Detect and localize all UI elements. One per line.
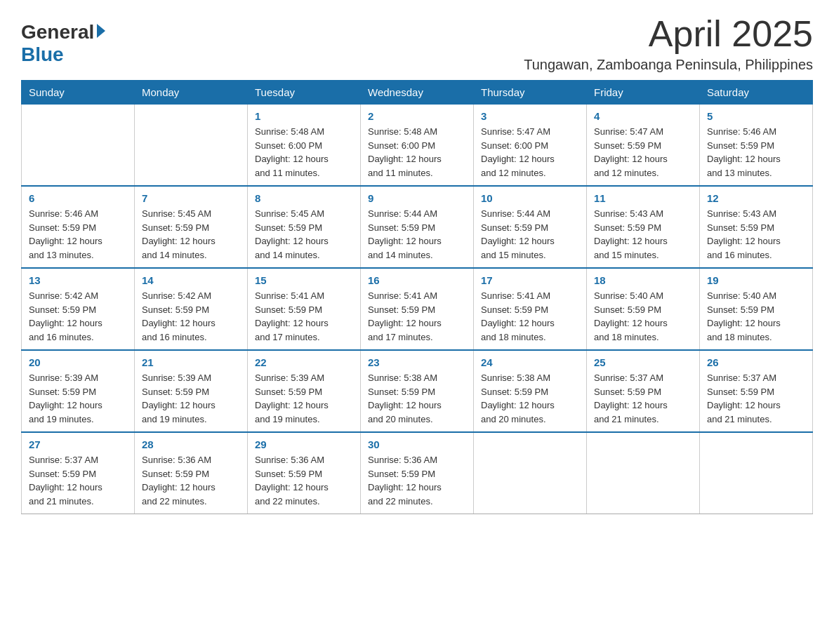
calendar-cell: 4Sunrise: 5:47 AM Sunset: 5:59 PM Daylig… (587, 105, 700, 187)
calendar-cell: 15Sunrise: 5:41 AM Sunset: 5:59 PM Dayli… (248, 268, 361, 350)
day-number: 4 (594, 110, 692, 122)
calendar-cell: 8Sunrise: 5:45 AM Sunset: 5:59 PM Daylig… (248, 186, 361, 268)
logo: General Blue (21, 14, 105, 66)
day-number: 16 (368, 274, 466, 286)
day-info: Sunrise: 5:43 AM Sunset: 5:59 PM Dayligh… (707, 207, 805, 262)
day-info: Sunrise: 5:41 AM Sunset: 5:59 PM Dayligh… (255, 289, 353, 344)
day-info: Sunrise: 5:45 AM Sunset: 5:59 PM Dayligh… (255, 207, 353, 262)
day-info: Sunrise: 5:44 AM Sunset: 5:59 PM Dayligh… (481, 207, 579, 262)
day-info: Sunrise: 5:44 AM Sunset: 5:59 PM Dayligh… (368, 207, 466, 262)
weekday-header-row: SundayMondayTuesdayWednesdayThursdayFrid… (22, 81, 813, 105)
subtitle: Tungawan, Zamboanga Peninsula, Philippin… (524, 57, 813, 73)
calendar-cell: 12Sunrise: 5:43 AM Sunset: 5:59 PM Dayli… (700, 186, 813, 268)
day-number: 6 (29, 192, 127, 204)
calendar-week-row: 27Sunrise: 5:37 AM Sunset: 5:59 PM Dayli… (22, 432, 813, 514)
weekday-header-sunday: Sunday (22, 81, 135, 105)
day-info: Sunrise: 5:46 AM Sunset: 5:59 PM Dayligh… (29, 207, 127, 262)
day-number: 17 (481, 274, 579, 286)
calendar-cell: 6Sunrise: 5:46 AM Sunset: 5:59 PM Daylig… (22, 186, 135, 268)
day-info: Sunrise: 5:37 AM Sunset: 5:59 PM Dayligh… (29, 453, 127, 508)
day-info: Sunrise: 5:39 AM Sunset: 5:59 PM Dayligh… (142, 371, 240, 426)
day-number: 24 (481, 356, 579, 368)
calendar-cell: 28Sunrise: 5:36 AM Sunset: 5:59 PM Dayli… (135, 432, 248, 514)
calendar-cell: 11Sunrise: 5:43 AM Sunset: 5:59 PM Dayli… (587, 186, 700, 268)
day-number: 13 (29, 274, 127, 286)
page-header: General Blue April 2025 Tungawan, Zamboa… (21, 14, 813, 73)
title-section: April 2025 Tungawan, Zamboanga Peninsula… (524, 14, 813, 73)
day-info: Sunrise: 5:36 AM Sunset: 5:59 PM Dayligh… (368, 453, 466, 508)
weekday-header-friday: Friday (587, 81, 700, 105)
day-number: 1 (255, 110, 353, 122)
main-title: April 2025 (524, 14, 813, 54)
day-info: Sunrise: 5:38 AM Sunset: 5:59 PM Dayligh… (481, 371, 579, 426)
day-number: 25 (594, 356, 692, 368)
day-number: 8 (255, 192, 353, 204)
day-number: 5 (707, 110, 805, 122)
calendar-cell: 19Sunrise: 5:40 AM Sunset: 5:59 PM Dayli… (700, 268, 813, 350)
weekday-header-saturday: Saturday (700, 81, 813, 105)
calendar-cell: 5Sunrise: 5:46 AM Sunset: 5:59 PM Daylig… (700, 105, 813, 187)
day-number: 3 (481, 110, 579, 122)
day-info: Sunrise: 5:42 AM Sunset: 5:59 PM Dayligh… (142, 289, 240, 344)
day-number: 10 (481, 192, 579, 204)
calendar-cell: 22Sunrise: 5:39 AM Sunset: 5:59 PM Dayli… (248, 350, 361, 432)
day-info: Sunrise: 5:46 AM Sunset: 5:59 PM Dayligh… (707, 125, 805, 180)
day-info: Sunrise: 5:39 AM Sunset: 5:59 PM Dayligh… (29, 371, 127, 426)
day-info: Sunrise: 5:47 AM Sunset: 5:59 PM Dayligh… (594, 125, 692, 180)
day-number: 23 (368, 356, 466, 368)
calendar-header: SundayMondayTuesdayWednesdayThursdayFrid… (22, 81, 813, 105)
calendar-cell: 18Sunrise: 5:40 AM Sunset: 5:59 PM Dayli… (587, 268, 700, 350)
calendar-week-row: 20Sunrise: 5:39 AM Sunset: 5:59 PM Dayli… (22, 350, 813, 432)
day-number: 28 (142, 438, 240, 450)
calendar-cell: 30Sunrise: 5:36 AM Sunset: 5:59 PM Dayli… (361, 432, 474, 514)
day-number: 18 (594, 274, 692, 286)
day-number: 27 (29, 438, 127, 450)
day-number: 26 (707, 356, 805, 368)
day-info: Sunrise: 5:41 AM Sunset: 5:59 PM Dayligh… (481, 289, 579, 344)
calendar-cell (700, 432, 813, 514)
calendar-cell: 3Sunrise: 5:47 AM Sunset: 6:00 PM Daylig… (474, 105, 587, 187)
weekday-header-tuesday: Tuesday (248, 81, 361, 105)
day-number: 30 (368, 438, 466, 450)
calendar-week-row: 13Sunrise: 5:42 AM Sunset: 5:59 PM Dayli… (22, 268, 813, 350)
day-info: Sunrise: 5:37 AM Sunset: 5:59 PM Dayligh… (707, 371, 805, 426)
day-number: 22 (255, 356, 353, 368)
day-info: Sunrise: 5:36 AM Sunset: 5:59 PM Dayligh… (255, 453, 353, 508)
calendar-cell: 24Sunrise: 5:38 AM Sunset: 5:59 PM Dayli… (474, 350, 587, 432)
calendar-cell (135, 105, 248, 187)
day-info: Sunrise: 5:41 AM Sunset: 5:59 PM Dayligh… (368, 289, 466, 344)
calendar-cell: 23Sunrise: 5:38 AM Sunset: 5:59 PM Dayli… (361, 350, 474, 432)
calendar-cell: 29Sunrise: 5:36 AM Sunset: 5:59 PM Dayli… (248, 432, 361, 514)
calendar-cell: 26Sunrise: 5:37 AM Sunset: 5:59 PM Dayli… (700, 350, 813, 432)
calendar-cell: 17Sunrise: 5:41 AM Sunset: 5:59 PM Dayli… (474, 268, 587, 350)
day-info: Sunrise: 5:43 AM Sunset: 5:59 PM Dayligh… (594, 207, 692, 262)
calendar-cell: 9Sunrise: 5:44 AM Sunset: 5:59 PM Daylig… (361, 186, 474, 268)
weekday-header-monday: Monday (135, 81, 248, 105)
calendar-cell: 16Sunrise: 5:41 AM Sunset: 5:59 PM Dayli… (361, 268, 474, 350)
calendar-cell: 7Sunrise: 5:45 AM Sunset: 5:59 PM Daylig… (135, 186, 248, 268)
calendar-week-row: 1Sunrise: 5:48 AM Sunset: 6:00 PM Daylig… (22, 105, 813, 187)
calendar-cell (587, 432, 700, 514)
day-info: Sunrise: 5:37 AM Sunset: 5:59 PM Dayligh… (594, 371, 692, 426)
calendar-table: SundayMondayTuesdayWednesdayThursdayFrid… (21, 80, 813, 514)
calendar-cell: 10Sunrise: 5:44 AM Sunset: 5:59 PM Dayli… (474, 186, 587, 268)
calendar-cell (22, 105, 135, 187)
calendar-cell: 13Sunrise: 5:42 AM Sunset: 5:59 PM Dayli… (22, 268, 135, 350)
calendar-cell (474, 432, 587, 514)
day-number: 21 (142, 356, 240, 368)
day-number: 7 (142, 192, 240, 204)
day-number: 19 (707, 274, 805, 286)
day-info: Sunrise: 5:45 AM Sunset: 5:59 PM Dayligh… (142, 207, 240, 262)
day-info: Sunrise: 5:36 AM Sunset: 5:59 PM Dayligh… (142, 453, 240, 508)
weekday-header-wednesday: Wednesday (361, 81, 474, 105)
logo-general-text: General (21, 21, 94, 43)
logo-blue-text: Blue (21, 43, 64, 66)
day-number: 20 (29, 356, 127, 368)
day-number: 15 (255, 274, 353, 286)
day-number: 11 (594, 192, 692, 204)
logo-arrow-icon (97, 24, 105, 38)
day-info: Sunrise: 5:47 AM Sunset: 6:00 PM Dayligh… (481, 125, 579, 180)
day-info: Sunrise: 5:42 AM Sunset: 5:59 PM Dayligh… (29, 289, 127, 344)
day-info: Sunrise: 5:39 AM Sunset: 5:59 PM Dayligh… (255, 371, 353, 426)
day-number: 29 (255, 438, 353, 450)
